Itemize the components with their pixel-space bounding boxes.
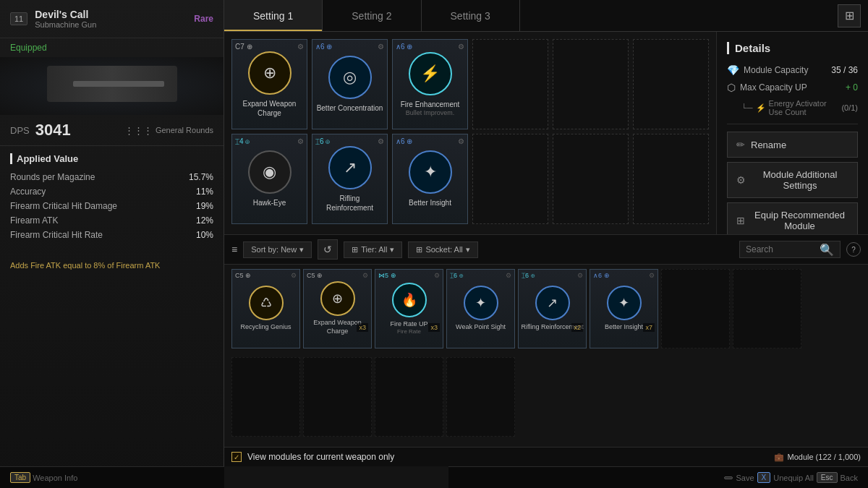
unequip-label: Unequip All — [773, 474, 814, 482]
detail-capacity-label: 💎 Module Capacity — [727, 64, 808, 76]
inv-tier-recycling: C5 ⊕ — [235, 272, 251, 279]
save-key — [724, 476, 733, 479]
applied-value-title: Applied Value — [10, 153, 213, 164]
inv-icon-recycling: ♺ — [249, 286, 284, 320]
stat-value-accuracy: 11% — [196, 187, 213, 197]
details-panel: Details 💎 Module Capacity 35 / 36 ⬡ Max … — [716, 32, 868, 234]
tab-add-button[interactable]: ⊞ — [838, 4, 861, 27]
inv-tier-insight: ∧6 ⊕ — [593, 272, 610, 279]
rename-button[interactable]: ✏ Rename — [727, 132, 858, 158]
module-slot-5-empty[interactable] — [553, 39, 629, 129]
module-row-2: ⌶4 ⊕ ⚙ ◉ Hawk-Eye ⌶6 ⊕ ⚙ ↗ Rifling Reinf… — [231, 134, 709, 224]
stat-name-rounds: Rounds per Magazine — [10, 172, 95, 182]
inv-sublabel-firerate: Fire Rate — [397, 328, 421, 335]
module-row-1: C7 ⊕ ⚙ ⊕ Expand Weapon Charge ∧6 ⊕ ⚙ ◎ B… — [231, 39, 709, 129]
help-button[interactable]: ? — [846, 242, 861, 257]
module-slot-3[interactable]: ∧6 ⊕ ⚙ ⚡ Fire Enhancement Bullet Improve… — [392, 39, 468, 129]
applied-value-section: Applied Value Rounds per Magazine 15.7% … — [0, 146, 224, 249]
stat-row-rounds: Rounds per Magazine 15.7% — [10, 170, 213, 184]
ammo-icon: ⋮⋮⋮ — [124, 125, 153, 136]
weapon-level: 11 — [10, 12, 27, 25]
settings-tabs: Setting 1 Setting 2 Setting 3 ⊞ — [224, 0, 868, 32]
inventory-section: ≡ Sort by: New ▾ ↺ ⊞ Tier: All ▾ ⊞ Socke… — [224, 234, 868, 447]
tab-setting1[interactable]: Setting 1 — [224, 0, 323, 31]
tab-setting2[interactable]: Setting 2 — [323, 0, 421, 31]
module-capacity-bar: 💼 Module (122 / 1,000) — [774, 453, 861, 462]
inv-tier-expand: C5 ⊕ — [307, 272, 323, 279]
inv-module-expand[interactable]: C5 ⊕ ⚙ x3 ⊕ Expand Weapon Charge — [303, 269, 372, 348]
module-tier-7: ⌶4 ⊕ — [235, 137, 250, 145]
inv-settings-insight: ⚙ — [649, 272, 655, 279]
capacity-value: 35 / 36 — [831, 65, 858, 75]
stat-name-crit-rate: Firearm Critical Hit Rate — [10, 230, 103, 240]
inventory-toolbar: ≡ Sort by: New ▾ ↺ ⊞ Tier: All ▾ ⊞ Socke… — [224, 235, 868, 265]
inv-tier-rifling: ⌶6 ⊕ — [522, 272, 535, 279]
weapon-image — [47, 66, 177, 102]
module-name-2: Better Concentration — [314, 103, 386, 113]
stat-row-crit-rate: Firearm Critical Hit Rate 10% — [10, 228, 213, 242]
search-box[interactable]: 🔍 — [739, 241, 841, 258]
module-tier-9: ∧6 ⊕ — [396, 137, 412, 145]
maxcap-label-text: Max Capacity UP — [740, 82, 807, 93]
inv-icon-weakpoint: ✦ — [464, 286, 498, 320]
inv-icon-firerate: 🔥 — [392, 283, 427, 317]
refresh-button[interactable]: ↺ — [318, 239, 338, 260]
tier-filter-label: Tier: All — [361, 245, 387, 254]
module-sublabel-3: Bullet Improvem. — [406, 109, 455, 116]
rename-label: Rename — [751, 140, 786, 150]
inv-module-rifling[interactable]: ⌶6 ⊕ ⚙ x2 ↗ Rifling Reinforcement — [518, 269, 587, 348]
maxcap-value: + 0 — [846, 82, 858, 93]
module-slot-12-empty[interactable] — [633, 134, 709, 224]
module-additional-button[interactable]: ⚙ Module Additional Settings — [727, 162, 858, 198]
weapon-type: Submachine Gun — [35, 20, 96, 29]
stat-name-accuracy: Accuracy — [10, 187, 46, 197]
module-slot-2[interactable]: ∧6 ⊕ ⚙ ◎ Better Concentration — [312, 39, 388, 129]
x-key: X — [757, 472, 771, 483]
tab-setting2-label: Setting 2 — [352, 10, 391, 22]
module-slot-8[interactable]: ⌶6 ⊕ ⚙ ↗ Rifling Reinforcement — [312, 134, 388, 224]
module-icon-2: ◎ — [328, 56, 372, 99]
stat-value-atk: 12% — [196, 215, 213, 226]
view-current-checkbox[interactable]: ✓ — [231, 452, 242, 462]
stat-row-accuracy: Accuracy 11% — [10, 184, 213, 199]
sort-icon: ≡ — [231, 244, 237, 255]
module-additional-icon: ⚙ — [736, 174, 746, 186]
module-name-7: Hawk-Eye — [250, 198, 289, 207]
module-settings-icon-8: ⚙ — [378, 137, 384, 145]
detail-energy-row: └─ ⚡ Energy Activator Use Count (0/1) — [727, 99, 858, 116]
sort-button[interactable]: Sort by: New ▾ — [243, 241, 312, 258]
search-input[interactable] — [746, 241, 815, 257]
save-label: Save — [736, 474, 754, 482]
energy-value: (0/1) — [841, 103, 858, 112]
inv-icon-rifling: ↗ — [535, 286, 570, 320]
inv-module-empty-5 — [375, 357, 443, 437]
module-slot-7[interactable]: ⌶4 ⊕ ⚙ ◉ Hawk-Eye — [231, 134, 307, 224]
socket-filter-button[interactable]: ⊞ Socket: All ▾ — [408, 241, 477, 258]
inv-module-recycling[interactable]: C5 ⊕ ⚙ ♺ Recycling Genius — [231, 269, 300, 348]
left-panel: 11 Devil's Call Submachine Gun Rare Equi… — [0, 0, 224, 488]
inv-name-recycling: Recycling Genius — [238, 323, 293, 332]
inv-module-weakpoint[interactable]: ⌶6 ⊕ ⚙ ✦ Weak Point Sight — [446, 269, 515, 348]
equip-recommended-label: Equip Recommended Module — [751, 210, 848, 231]
module-slot-10-empty[interactable] — [472, 134, 548, 224]
inv-count-firerate: x3 — [428, 323, 440, 332]
module-slot-6-empty[interactable] — [633, 39, 709, 129]
module-tier-2: ∧6 ⊕ — [315, 43, 332, 51]
rename-icon: ✏ — [736, 139, 745, 150]
inv-count-insight: x7 — [643, 323, 655, 332]
module-slot-1[interactable]: C7 ⊕ ⚙ ⊕ Expand Weapon Charge — [231, 39, 307, 129]
weapon-info-label: Weapon Info — [33, 474, 77, 482]
module-slot-9[interactable]: ∧6 ⊕ ⚙ ✦ Better Insight — [392, 134, 468, 224]
module-icon: 💼 — [774, 453, 784, 462]
equip-recommended-button[interactable]: ⊞ Equip Recommended Module — [727, 202, 858, 239]
module-slot-11-empty[interactable] — [553, 134, 629, 224]
inv-module-firerate[interactable]: ⋈5 ⊕ ⚙ x3 🔥 Fire Rate UP Fire Rate — [375, 269, 443, 348]
inv-module-insight[interactable]: ∧6 ⊕ ⚙ x7 ✦ Better Insight — [590, 269, 658, 348]
module-icon-9: ✦ — [409, 150, 452, 194]
tier-filter-button[interactable]: ⊞ Tier: All ▾ — [344, 241, 402, 258]
inv-settings-weakpoint: ⚙ — [506, 272, 511, 279]
tab-setting3[interactable]: Setting 3 — [422, 0, 520, 31]
module-slot-4-empty[interactable] — [472, 39, 548, 129]
details-title: Details — [727, 42, 858, 54]
module-count: Module (122 / 1,000) — [787, 453, 861, 461]
